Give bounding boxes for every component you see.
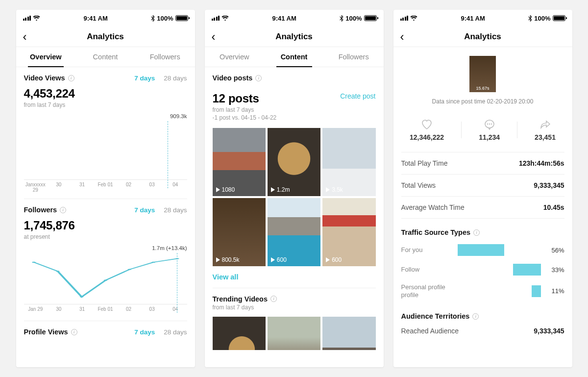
bluetooth-icon <box>340 15 343 22</box>
trending-sub: from last 7 days <box>213 304 376 311</box>
content-tab-body: Video postsi 12 posts Create post from l… <box>205 67 384 367</box>
range-toggle-profile-views: 7 days 28 days <box>134 328 187 336</box>
status-time: 9:41 AM <box>461 15 485 22</box>
info-icon[interactable]: i <box>71 329 77 335</box>
signal-icon <box>23 16 31 21</box>
post-thumb[interactable]: 600 <box>322 198 375 266</box>
bluetooth-icon <box>151 15 155 22</box>
engagement-stats: 12,346,222 11,234 23,451 <box>401 112 564 152</box>
video-posts-title: Video postsi <box>213 74 376 82</box>
comments-value: 11,234 <box>479 133 500 141</box>
section-audience: Audience Territoriesi <box>401 312 564 320</box>
metric-row: Total Play Time123h:44m:56s <box>401 152 564 174</box>
battery-icon <box>364 15 377 21</box>
status-time: 9:41 AM <box>272 15 296 22</box>
tab-overview[interactable]: Overview <box>16 47 76 67</box>
info-icon[interactable]: i <box>68 75 74 81</box>
traffic-row: For you56% <box>401 244 564 256</box>
post-thumbnail[interactable]: 15.67s <box>469 56 496 92</box>
trending-thumb[interactable] <box>322 317 375 350</box>
range-28days[interactable]: 28 days <box>164 328 187 336</box>
traffic-pct: 56% <box>547 247 564 254</box>
metric-value: 10.45s <box>543 203 564 211</box>
traffic-pct: 11% <box>547 287 564 295</box>
info-icon[interactable]: i <box>270 296 277 302</box>
traffic-title: Traffic Source Typesi <box>401 228 564 236</box>
comments-block: 11,234 <box>479 119 500 141</box>
status-bar: 9:41 AM 100% <box>205 10 384 26</box>
battery-icon <box>553 15 565 21</box>
video-views-value: 4,453,224 <box>24 87 187 101</box>
posts-sub2: -1 post vs. 04-15 - 04-22 <box>213 114 376 121</box>
back-button[interactable]: ‹ <box>23 31 27 43</box>
data-since-label: Data since post time 02-20-2019 20:00 <box>432 98 534 105</box>
reached-audience-row: Reached Audience 9,333,345 <box>401 320 564 335</box>
section-video-posts: Video postsi 12 posts Create post from l… <box>213 67 376 281</box>
play-count: 600 <box>270 256 287 263</box>
section-trending: Trending Videosi from last 7 days <box>213 288 376 350</box>
reached-value: 9,333,345 <box>534 327 564 335</box>
trending-thumb[interactable] <box>213 317 266 350</box>
trending-thumb[interactable] <box>268 317 320 350</box>
traffic-row: Follow33% <box>401 264 564 276</box>
info-icon[interactable]: i <box>472 313 479 320</box>
trending-grid <box>213 317 376 350</box>
status-bar: 9:41 AM 100% <box>393 10 572 26</box>
phone-overview: 9:41 AM 100% ‹ Analytics Overview Conten… <box>16 10 195 367</box>
section-followers: Followersi 7 days 28 days 1,745,876 at p… <box>24 199 187 314</box>
chart-divider <box>168 121 168 188</box>
post-thumb[interactable]: 3.5k <box>322 128 375 196</box>
svg-point-0 <box>32 262 35 263</box>
tab-overview[interactable]: Overview <box>205 47 265 67</box>
play-count: 1.2m <box>270 186 290 193</box>
detail-header: 15.67s Data since post time 02-20-2019 2… <box>401 47 564 112</box>
range-7days[interactable]: 7 days <box>134 75 155 82</box>
create-post-link[interactable]: Create post <box>340 92 375 100</box>
posts-sub1: from last 7 days <box>213 106 376 113</box>
info-icon[interactable]: i <box>473 229 480 236</box>
posts-grid: 10801.2m3.5k800.5k600600 <box>213 128 376 266</box>
range-28days[interactable]: 28 days <box>164 75 187 82</box>
tab-followers[interactable]: Followers <box>135 47 195 67</box>
share-icon <box>539 119 551 130</box>
metric-label: Total Play Time <box>401 159 448 167</box>
tab-content[interactable]: Content <box>264 47 324 67</box>
back-button[interactable]: ‹ <box>400 31 404 43</box>
phone-post-detail: 9:41 AM 100% ‹ Analytics 15.67s Data sin… <box>393 10 572 367</box>
post-detail-body: 15.67s Data since post time 02-20-2019 2… <box>393 47 572 367</box>
chart-peak-label: 909.3k <box>24 113 187 119</box>
line-peak-label: 1.7m (+13.4k) <box>24 245 187 251</box>
range-toggle-followers: 7 days 28 days <box>134 206 187 214</box>
view-all-link[interactable]: View all <box>213 273 376 281</box>
wifi-icon <box>221 16 229 21</box>
info-icon[interactable]: i <box>60 207 66 213</box>
post-thumb[interactable]: 1080 <box>213 128 266 196</box>
post-thumb[interactable]: 1.2m <box>268 128 320 196</box>
reached-label: Reached Audience <box>401 327 459 335</box>
battery-pct: 100% <box>345 15 362 22</box>
range-7days[interactable]: 7 days <box>134 206 155 214</box>
followers-title: Followersi <box>24 206 67 214</box>
status-bar: 9:41 AM 100% <box>16 10 195 26</box>
followers-value: 1,745,876 <box>24 219 187 232</box>
post-thumb[interactable]: 800.5k <box>213 198 266 266</box>
metric-row: Total Views9,333,345 <box>401 174 564 196</box>
followers-sub: at present <box>24 233 187 240</box>
info-icon[interactable]: i <box>255 75 262 81</box>
phone-content: 9:41 AM 100% ‹ Analytics Overview Conten… <box>205 10 384 367</box>
back-button[interactable]: ‹ <box>212 31 216 43</box>
tab-followers[interactable]: Followers <box>324 47 384 67</box>
metric-label: Average Watch Time <box>401 203 465 211</box>
comment-icon <box>484 119 495 130</box>
overview-content: Video Viewsi 7 days 28 days 4,453,224 fr… <box>16 67 195 367</box>
range-toggle-video-views: 7 days 28 days <box>134 75 187 82</box>
tab-content[interactable]: Content <box>75 47 135 67</box>
video-views-title: Video Viewsi <box>24 74 74 82</box>
svg-point-8 <box>487 124 488 125</box>
divider <box>461 122 462 138</box>
range-7days[interactable]: 7 days <box>134 328 155 336</box>
video-views-chart: 909.3k Janxxxxx 293031Feb 01020304 <box>24 113 187 192</box>
traffic-bar <box>513 264 540 276</box>
post-thumb[interactable]: 600 <box>268 198 320 266</box>
range-28days[interactable]: 28 days <box>164 206 187 214</box>
